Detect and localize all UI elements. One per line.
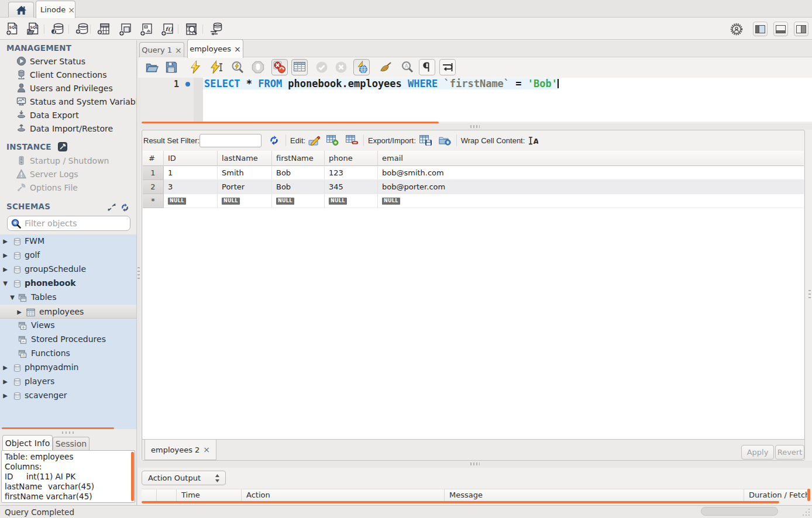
action-output-vscrollbar[interactable] [807, 489, 810, 501]
sql-editor[interactable]: 1 SELECT * FROM phonebook.employees WHER… [140, 78, 812, 122]
expand-arrow-icon[interactable]: ▶ [2, 392, 8, 399]
schema-tree-hscrollbar[interactable] [2, 427, 114, 429]
grid-cell[interactable]: NULL [164, 194, 218, 208]
grid-cell[interactable]: bob@porter.com [378, 180, 804, 194]
output-col-time[interactable]: Time [177, 489, 242, 502]
wrap-text-icon[interactable] [439, 59, 456, 75]
grid-cell[interactable]: 1 [164, 166, 218, 180]
expand-arrow-icon[interactable]: ▶ [2, 252, 8, 258]
sidebar-item-data-export[interactable]: Data Export [0, 108, 136, 122]
limit-rows-icon[interactable] [291, 59, 308, 75]
row-number[interactable]: 1 [143, 166, 164, 180]
grid-cell[interactable]: 345 [325, 180, 378, 194]
toggle-left-sidebar-button[interactable] [753, 22, 768, 36]
column-header-phone[interactable]: phone [325, 151, 378, 166]
column-header-ID[interactable]: ID [164, 151, 218, 166]
bottom-hscrollbar-thumb[interactable] [701, 507, 778, 516]
toggle-right-sidebar-button[interactable] [794, 22, 808, 36]
result-filter-input[interactable] [199, 134, 262, 147]
grid-cell[interactable]: 123 [325, 166, 378, 180]
execute-icon[interactable] [188, 60, 202, 74]
sidebar-item-status-variables[interactable]: Status and System Variables [0, 95, 136, 108]
window-resize-grip-icon[interactable] [801, 507, 810, 516]
connection-tab[interactable]: Linode × [36, 1, 75, 18]
sidebar-splitter[interactable] [136, 40, 140, 505]
row-number[interactable]: * [143, 194, 164, 208]
explain-icon[interactable] [230, 60, 245, 74]
tab-session[interactable]: Session [53, 437, 90, 450]
output-col-message[interactable]: Message [445, 489, 744, 502]
tree-item-functions[interactable]: f() Functions [0, 347, 136, 361]
expand-arrow-icon[interactable]: ▶ [2, 238, 8, 244]
tab-employees-close-icon[interactable]: × [234, 45, 241, 53]
collapse-arrow-icon[interactable]: ▼ [9, 294, 15, 301]
refresh-schemas-icon[interactable] [121, 203, 129, 212]
output-col-action[interactable]: Action [242, 489, 445, 502]
tree-item-views[interactable]: Views [0, 319, 136, 333]
sidebar-item-options-file[interactable]: Options File [0, 181, 136, 194]
import-records-icon[interactable] [439, 134, 452, 146]
sidebar-item-client-connections[interactable]: Client Connections [0, 68, 136, 81]
tree-item-phpmyadmin[interactable]: ▶ phpmyadmin [0, 361, 136, 375]
export-results-icon[interactable] [419, 134, 432, 146]
create-function-icon[interactable]: f() [160, 22, 175, 37]
grid-cell[interactable]: NULL [378, 194, 804, 208]
save-script-icon[interactable] [164, 60, 178, 74]
commit-icon[interactable] [315, 60, 329, 74]
column-header-firstName[interactable]: firstName [272, 151, 325, 166]
editor-results-splitter[interactable] [138, 123, 812, 130]
output-col-duration-fetch[interactable]: Duration / Fetch [744, 489, 811, 502]
column-header-lastName[interactable]: lastName [218, 151, 272, 166]
create-view-icon[interactable] [118, 22, 133, 37]
tree-item-tables[interactable]: ▼ Tables [0, 291, 136, 305]
create-table-icon[interactable] [96, 22, 111, 37]
revert-button[interactable]: Revert [775, 445, 804, 460]
tab-employees[interactable]: employees × [187, 39, 243, 58]
tree-item-players[interactable]: ▶ players [0, 375, 136, 389]
create-procedure-icon[interactable] [139, 22, 154, 37]
grid-cell[interactable]: NULL [272, 194, 325, 208]
right-sidebar-splitter[interactable] [808, 290, 811, 301]
execute-current-icon[interactable] [209, 60, 223, 74]
tree-item-stored-procedures[interactable]: Stored Procedures [0, 333, 136, 347]
create-schema-icon[interactable] [74, 22, 90, 37]
expand-schemas-icon[interactable] [108, 203, 116, 212]
grid-cell[interactable]: Porter [218, 180, 272, 194]
reconnect-dbms-icon[interactable] [208, 22, 223, 37]
tree-item-groupschedule[interactable]: ▶ groupSchedule [0, 263, 136, 277]
grid-cell[interactable]: Bob [272, 180, 325, 194]
output-view-select[interactable]: Action Output [142, 471, 226, 485]
grid-cell[interactable]: NULL [325, 194, 378, 208]
open-script-icon[interactable] [145, 60, 159, 74]
column-header-rownum[interactable]: # [143, 151, 164, 166]
sidebar-item-data-import[interactable]: Data Import/Restore [0, 122, 136, 135]
wrap-cell-content-icon[interactable]: A [527, 134, 539, 146]
search-data-icon[interactable] [184, 22, 199, 37]
schema-filter-input[interactable]: Filter objects [7, 216, 130, 231]
grid-cell[interactable]: NULL [218, 194, 272, 208]
column-header-email[interactable]: email [378, 151, 804, 166]
stop-icon[interactable] [251, 60, 265, 74]
inspect-database-icon[interactable]: i [50, 22, 65, 37]
sidebar-item-server-status[interactable]: Server Status [0, 54, 136, 68]
grid-cell[interactable]: bob@smith.com [378, 166, 804, 180]
row-number[interactable]: 2 [143, 180, 164, 194]
results-output-splitter[interactable] [138, 461, 812, 468]
apply-button[interactable]: Apply [741, 445, 774, 460]
sidebar-item-startup-shutdown[interactable]: Startup / Shutdown [0, 154, 136, 167]
rollback-icon[interactable] [334, 60, 348, 74]
tree-item-golf[interactable]: ▶ golf [0, 248, 136, 263]
sidebar-item-server-logs[interactable]: Server Logs [0, 167, 136, 181]
new-sql-tab-icon[interactable]: SQL [5, 22, 20, 37]
find-icon[interactable]: A [400, 60, 414, 74]
connection-tab-close-icon[interactable]: × [68, 6, 75, 14]
grid-cell[interactable]: 3 [164, 180, 218, 194]
result-set-tab[interactable]: employees 2 × [144, 440, 216, 460]
expand-arrow-icon[interactable]: ▶ [2, 364, 8, 371]
tree-item-phonebook[interactable]: ▼ phonebook [0, 277, 136, 291]
instance-config-icon[interactable] [58, 142, 67, 151]
tab-query-1-close-icon[interactable]: × [175, 46, 182, 54]
preferences-icon[interactable] [729, 22, 744, 37]
beautify-icon[interactable] [379, 60, 393, 74]
open-sql-script-icon[interactable]: SQL [26, 22, 41, 37]
